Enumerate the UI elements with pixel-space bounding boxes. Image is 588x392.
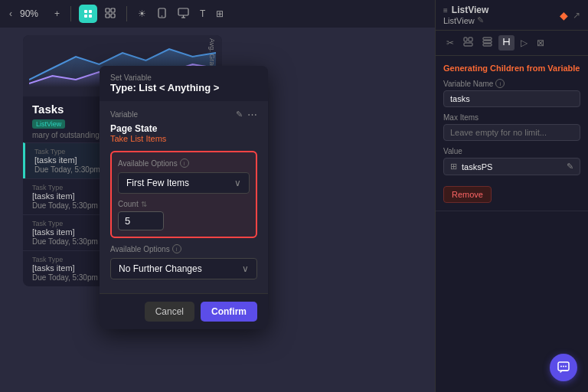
- svg-rect-4: [106, 8, 109, 12]
- active-tool-icon[interactable]: [79, 5, 97, 23]
- modal-title-main: Type: List < Anything >: [110, 82, 257, 93]
- svg-rect-15: [464, 38, 467, 41]
- right-panel-header: ≡ ListView ListView ✎ ◆ ↗: [436, 0, 588, 31]
- max-items-input[interactable]: [443, 124, 580, 141]
- svg-rect-10: [178, 8, 188, 15]
- modal-footer: Cancel Confirm: [100, 293, 268, 329]
- data-tool-btn[interactable]: [479, 35, 495, 51]
- svg-point-27: [565, 366, 567, 368]
- info-icon-1[interactable]: i: [180, 158, 189, 168]
- options-label-2: Available Options i: [110, 244, 257, 253]
- monitor-button[interactable]: [175, 6, 192, 22]
- value-text: tasksPS: [462, 162, 562, 172]
- svg-rect-20: [483, 44, 492, 46]
- toolbar-separator: [70, 6, 71, 21]
- count-reorder-icon: ⇅: [141, 200, 147, 208]
- settings-tool-btn[interactable]: ⊠: [534, 35, 547, 51]
- svg-rect-6: [106, 14, 109, 18]
- component-tool-btn[interactable]: [102, 6, 119, 22]
- right-panel-toolbar: ✂ ▷ ⊠: [436, 31, 588, 56]
- toolbar-separator2: [126, 6, 127, 21]
- confirm-button[interactable]: Confirm: [201, 302, 257, 322]
- listview-badge: ListView: [32, 119, 65, 129]
- more-options-icon[interactable]: ⋯: [247, 109, 257, 120]
- modal-title-small: Set Variable: [110, 74, 257, 82]
- add-button[interactable]: +: [51, 7, 63, 21]
- variable-name-input[interactable]: [443, 90, 580, 107]
- variable-name-prop: Variable Name i: [443, 79, 580, 107]
- svg-rect-3: [89, 15, 92, 18]
- layout-tool-btn[interactable]: [460, 35, 476, 51]
- generating-children-section: Generating Children from Variable Variab…: [436, 56, 588, 211]
- variable-header: Variable ✎ ⋯: [110, 109, 257, 120]
- top-toolbar: ‹ 90% + ☀: [0, 0, 435, 28]
- second-options-dropdown[interactable]: No Further Changes ∨: [110, 258, 257, 279]
- count-input[interactable]: [118, 211, 164, 230]
- options-label-1: Available Options i: [118, 158, 250, 168]
- max-items-label: Max Items: [443, 113, 580, 122]
- set-variable-modal: Set Variable Type: List < Anything > Var…: [100, 66, 268, 329]
- info-icon-2[interactable]: i: [172, 244, 181, 253]
- value-table-icon: ⊞: [450, 162, 457, 172]
- first-dropdown-text: First Few Items: [126, 178, 189, 188]
- value-row: ⊞ tasksPS ✎: [443, 158, 580, 175]
- svg-rect-19: [483, 41, 492, 43]
- modal-body: Variable ✎ ⋯ Page State Take List Items …: [100, 101, 268, 293]
- panel-edit-icon[interactable]: ✎: [477, 15, 484, 25]
- variable-subtext: Take List Items: [110, 134, 257, 143]
- svg-rect-7: [111, 14, 115, 18]
- second-dropdown-chevron: ∨: [242, 263, 249, 274]
- panel-title-row: ≡ ListView: [443, 5, 488, 15]
- second-dropdown-text: No Further Changes: [119, 263, 202, 274]
- type-button[interactable]: T: [197, 7, 208, 21]
- svg-rect-5: [111, 8, 115, 12]
- variable-label: Variable: [110, 110, 138, 119]
- first-options-dropdown[interactable]: First Few Items ∨: [118, 172, 250, 194]
- panel-listview-icon: ≡: [443, 6, 448, 15]
- right-panel: ≡ ListView ListView ✎ ◆ ↗ ✂: [435, 0, 588, 392]
- grid-button[interactable]: ⊞: [213, 7, 227, 21]
- scissors-tool-btn[interactable]: ✂: [443, 35, 457, 51]
- svg-rect-0: [84, 10, 87, 13]
- svg-rect-16: [469, 38, 472, 41]
- sun-button[interactable]: ☀: [135, 7, 149, 21]
- panel-title: ListView: [452, 5, 488, 15]
- variable-name: Page State: [110, 123, 257, 134]
- back-button[interactable]: ‹: [6, 7, 15, 21]
- play-tool-btn[interactable]: ▷: [518, 35, 531, 51]
- zoom-display: 90%: [20, 8, 47, 19]
- value-prop: Value ⊞ tasksPS ✎: [443, 147, 580, 175]
- svg-rect-2: [84, 15, 87, 18]
- first-dropdown-chevron: ∨: [234, 178, 241, 188]
- cancel-button[interactable]: Cancel: [145, 302, 194, 322]
- canvas-content: Avg. Grade: [0, 28, 435, 392]
- svg-rect-1: [89, 10, 92, 13]
- mobile-button[interactable]: [154, 6, 170, 22]
- variable-section: Variable ✎ ⋯ Page State Take List Items: [110, 109, 257, 143]
- svg-point-26: [563, 366, 564, 368]
- svg-rect-18: [483, 38, 492, 40]
- edit-pencil-icon[interactable]: ✎: [236, 109, 243, 119]
- svg-rect-17: [464, 43, 472, 46]
- max-items-prop: Max Items: [443, 113, 580, 141]
- available-options-section-2: Available Options i No Further Changes ∨: [110, 244, 257, 279]
- svg-point-25: [560, 366, 562, 368]
- svg-point-9: [162, 15, 163, 17]
- canvas-area: ‹ 90% + ☀: [0, 0, 435, 392]
- diamond-icon[interactable]: ◆: [560, 9, 568, 21]
- count-label: Count ⇅: [118, 200, 250, 208]
- remove-button[interactable]: Remove: [443, 186, 492, 203]
- value-edit-icon[interactable]: ✎: [567, 162, 573, 172]
- panel-share-icon[interactable]: ↗: [573, 10, 580, 21]
- variable-name-label: Variable Name i: [443, 79, 580, 88]
- panel-header-icons: ◆ ↗: [560, 9, 580, 21]
- modal-header: Set Variable Type: List < Anything >: [100, 66, 268, 101]
- available-options-section-1: Available Options i First Few Items ∨ Co…: [110, 151, 257, 238]
- var-name-info-icon[interactable]: i: [495, 79, 505, 88]
- chat-button[interactable]: [550, 354, 577, 381]
- var-tool-btn-active[interactable]: [498, 35, 514, 51]
- value-label: Value: [443, 147, 580, 155]
- panel-subtitle: ListView ✎: [443, 15, 488, 25]
- section-title: Generating Children from Variable: [443, 64, 580, 73]
- count-section: Count ⇅: [118, 200, 250, 230]
